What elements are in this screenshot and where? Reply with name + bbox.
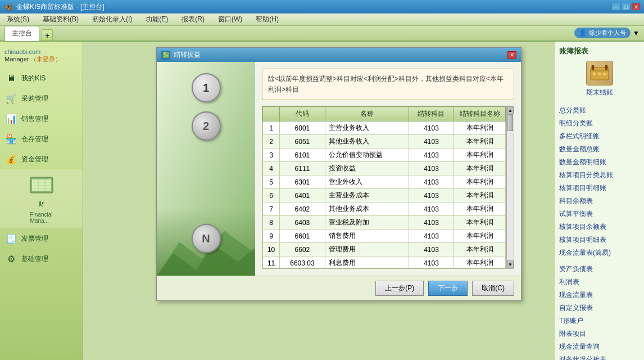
menu-t-account[interactable]: T形账户 [559,314,640,327]
menu-trial-balance[interactable]: 试算平衡表 [559,208,640,220]
sidebar-item-finance[interactable]: 💰 资金管理 [0,149,83,169]
tab-add-button[interactable]: + [42,29,53,40]
cell-target-code: 4103 [409,189,453,202]
menu-report[interactable]: 报表(R) [179,14,207,25]
table-row[interactable]: 26051其他业务收入4103本年利润 [263,135,506,148]
dialog-close-button[interactable]: ✕ [507,51,516,59]
period-end-icon[interactable] [586,61,613,86]
table-row[interactable]: 116603.03利息费用4103本年利润 [263,256,506,269]
next-button[interactable]: 下一步 [428,281,468,296]
cell-row-no: 4 [263,162,280,176]
col-target-code: 结转科目 [409,107,453,122]
cell-code: 6111 [280,162,325,176]
table-row[interactable]: 16001主营业务收入4103本年利润 [263,122,506,135]
sidebar-item-mykis[interactable]: 🖥 我的KIS [0,68,83,88]
cell-row-no: 5 [263,176,280,189]
cell-target-code: 4103 [409,216,453,230]
svg-rect-11 [605,65,607,70]
cell-code: 6401 [280,189,325,202]
menu-qty-amount-detail[interactable]: 数量金额明细账 [559,156,640,169]
minimize-button[interactable]: ─ [611,3,620,11]
center-area: 金蝶KIS 商贸标准版 💹 结转损益 ✕ 1 2 [83,42,554,360]
sidebar-item-sales[interactable]: 📊 销售管理 [0,109,83,129]
sidebar-item-basic[interactable]: ⚙ 基础管理 [0,249,83,269]
table-scrollbar[interactable]: ▲ ▼ [506,106,514,269]
cell-target-name: 本年利润 [454,202,506,216]
menu-function[interactable]: 功能(E) [143,14,170,25]
menu-balance-sheet[interactable]: 资产负债表 [559,263,640,276]
svg-rect-10 [592,65,594,70]
cell-code: 6402 [280,202,325,216]
cell-target-code: 4103 [409,176,453,189]
close-button[interactable]: ✕ [632,3,641,11]
cell-target-code: 4103 [409,135,453,148]
tab-right-area: 👤 徐少看个人号 ▼ [574,28,640,38]
menu-calc-category-ledger[interactable]: 核算项目分类总账 [559,169,640,182]
cell-target-code: 4103 [409,243,453,256]
table-row[interactable]: 96601销售费用4103本年利润 [263,230,506,243]
scroll-thumb-area [507,114,514,260]
cell-name: 利息费用 [325,256,409,269]
cell-name: 公允价值变动损益 [325,148,409,162]
right-menu-group1: 总分类账 明细分类账 多栏式明细账 数量金额总账 数量金额明细账 核算项目分类总… [559,104,640,259]
cell-row-no: 1 [263,122,280,135]
menu-calc-item-detail[interactable]: 核算项目明细账 [559,182,640,195]
menu-calc-item-detail2[interactable]: 核算项目明细表 [559,233,640,246]
menu-init[interactable]: 初始化录入(I) [90,14,134,25]
table-row[interactable]: 76402其他业务成本4103本年利润 [263,202,506,216]
menu-multicolumn-ledger[interactable]: 多栏式明细账 [559,130,640,143]
dialog-body: 1 2 N 除<以前年度损益调整>科目对应<利润 [157,62,521,276]
table-row[interactable]: 36101公允价值变动损益4103本年利润 [263,148,506,162]
menu-qty-amount-ledger[interactable]: 数量金额总账 [559,143,640,156]
table-row[interactable]: 86403营业税及附加4103本年利润 [263,216,506,230]
cell-target-name: 本年利润 [454,135,506,148]
scroll-up-button[interactable]: ▲ [507,106,514,114]
table-row[interactable]: 46111投资收益4103本年利润 [263,162,506,176]
menu-system[interactable]: 系统(S) [4,14,31,25]
menu-cashflow-query[interactable]: 现金流量查询 [559,340,640,353]
tab-dropdown-icon[interactable]: ▼ [633,29,640,37]
scroll-handle[interactable] [507,114,513,131]
user-info: 👤 徐少看个人号 [574,28,631,38]
sidebar-item-invoice[interactable]: 🧾 发票管理 [0,228,83,249]
menu-sub-items[interactable]: 附表项目 [559,327,640,340]
menu-detail-ledger[interactable]: 明细分类账 [559,117,640,130]
table-row[interactable]: 56301营业外收入4103本年利润 [263,176,506,189]
menu-window[interactable]: 窗口(W) [216,14,244,25]
cell-code: 6051 [280,135,325,148]
menu-financial-analysis[interactable]: 财务状况分析表 [559,353,640,360]
menu-general-ledger[interactable]: 总分类账 [559,104,640,117]
cell-row-no: 8 [263,216,280,230]
col-target-name: 结转科目名称 [454,107,506,122]
sidebar: chinacbi.com Manager （未登录） 🖥 我的KIS 🛒 采购管… [0,42,83,360]
svg-rect-14 [598,73,601,75]
menu-help[interactable]: 帮助(H) [253,14,281,25]
tab-main[interactable]: 主控台 [4,26,39,41]
menu-custom-report[interactable]: 自定义报表 [559,302,640,314]
scroll-down-button[interactable]: ▼ [507,260,514,268]
cancel-button[interactable]: 取消(C) [472,281,514,296]
cell-row-no: 11 [263,256,280,269]
sidebar-item-warehouse[interactable]: 🏪 仓存管理 [0,129,83,149]
cell-target-code: 4103 [409,148,453,162]
menu-base-data[interactable]: 基础资料(B) [40,14,81,25]
menu-profit-loss[interactable]: 利润表 [559,276,640,289]
menu-cashflow[interactable]: 现金流量表 [559,289,640,302]
period-end-label[interactable]: 期末结账 [586,88,613,97]
prev-button[interactable]: 上一步(P) [375,281,424,296]
menu-calc-item-balance[interactable]: 核算项目余额表 [559,220,640,233]
menu-bar: 系统(S) 基础资料(B) 初始化录入(I) 功能(E) 报表(R) 窗口(W)… [0,14,644,26]
maximize-button[interactable]: □ [622,3,631,11]
cell-row-no: 6 [263,189,280,202]
table-row[interactable]: 106602管理费用4103本年利润 [263,243,506,256]
cell-target-name: 本年利润 [454,148,506,162]
manager-label: Manager （未登录） [4,55,78,64]
table-row[interactable]: 66401主营业务成本4103本年利润 [263,189,506,202]
menu-subject-balance[interactable]: 科目余额表 [559,195,640,208]
menu-cashflow-simple[interactable]: 现金流量表(简易) [559,246,640,259]
cell-name: 投资收益 [325,162,409,176]
wizard-panel: 1 2 N [157,62,255,276]
sidebar-item-purchase[interactable]: 🛒 采购管理 [0,88,83,109]
sidebar-item-accounting[interactable]: 财 FinancialMana... [0,169,83,228]
cell-name: 营业税及附加 [325,216,409,230]
